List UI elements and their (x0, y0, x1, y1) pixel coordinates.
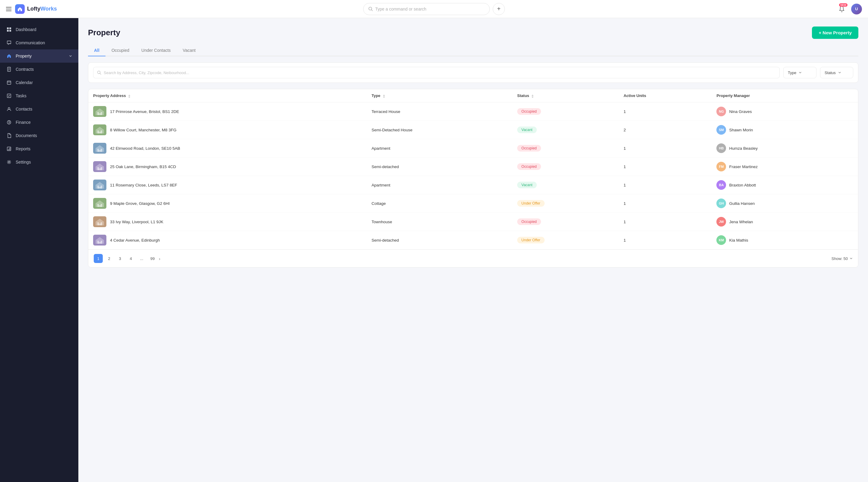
svg-rect-3 (9, 27, 11, 29)
svg-rect-27 (98, 113, 101, 115)
property-status: Vacant (513, 176, 619, 194)
sidebar-item-settings[interactable]: Settings (0, 155, 79, 169)
sidebar-item-communication[interactable]: Communication (0, 36, 79, 50)
sidebar-item-contacts[interactable]: Contacts (0, 102, 79, 116)
property-address: 33 Ivy Way, Liverpool, L1 9JK (110, 220, 163, 224)
manager-name: Jena Whelan (729, 220, 753, 224)
table-row[interactable]: 33 Ivy Way, Liverpool, L1 9JK Townhouse … (88, 213, 858, 231)
sort-type-icon[interactable] (383, 95, 385, 98)
manager-name: Nina Graves (729, 109, 752, 114)
sort-address-icon[interactable] (128, 95, 130, 98)
search-input[interactable] (375, 7, 485, 11)
sidebar-label-dashboard: Dashboard (16, 27, 36, 32)
page-header: Property + New Property (88, 27, 858, 39)
property-type: Cottage (367, 194, 513, 213)
address-search-input[interactable] (104, 70, 776, 75)
notification-button[interactable]: NEW (836, 3, 847, 15)
table-row[interactable]: 42 Elmwood Road, London, SE10 5AB Apartm… (88, 139, 858, 158)
table-row[interactable]: 9 Maple Grove, Glasgow, G2 6HI Cottage U… (88, 194, 858, 213)
topbar-right: NEW U (784, 3, 862, 15)
sidebar-item-calendar[interactable]: Calendar (0, 76, 79, 89)
tab-occupied[interactable]: Occupied (105, 45, 135, 56)
property-cell: 4 Cedar Avenue, Edinburgh (93, 235, 362, 246)
status-chevron-icon (838, 71, 841, 74)
reports-icon (6, 146, 12, 152)
sidebar-item-property[interactable]: Property (0, 50, 79, 63)
sidebar-item-documents[interactable]: Documents (0, 129, 79, 142)
svg-rect-2 (7, 27, 9, 29)
tab-all[interactable]: All (88, 45, 105, 56)
property-address: 8 Willow Court, Manchester, M8 3FG (110, 128, 177, 132)
property-cell: 25 Oak Lane, Birmingham, B15 4CD (93, 161, 362, 172)
logo[interactable]: LoftyWorks (15, 4, 57, 14)
manager-name: Braxton Abbott (729, 183, 756, 187)
property-type: Terraced House (367, 102, 513, 121)
manager-cell: HB Humza Beasley (716, 143, 853, 153)
type-filter[interactable]: Type (783, 67, 816, 78)
property-address: 42 Elmwood Road, London, SE10 5AB (110, 146, 180, 151)
notification-badge: NEW (839, 3, 847, 7)
page-99[interactable]: 99 (148, 254, 157, 263)
page-1[interactable]: 1 (94, 254, 103, 263)
svg-point-15 (8, 107, 10, 109)
property-cell: 8 Willow Court, Manchester, M8 3FG (93, 124, 362, 135)
tab-under-contacts[interactable]: Under Contacts (135, 45, 177, 56)
sidebar-item-dashboard[interactable]: Dashboard (0, 23, 79, 36)
manager-name: Gullia Hansen (729, 201, 755, 206)
sidebar-item-finance[interactable]: Finance (0, 116, 79, 129)
show-chevron-icon (849, 257, 852, 260)
property-units: 1 (619, 139, 712, 158)
sidebar-item-reports[interactable]: Reports (0, 142, 79, 155)
pagination: 1 2 3 4 ... 99 › Show: 50 (88, 250, 858, 267)
sidebar-label-calendar: Calendar (16, 80, 33, 85)
table-row[interactable]: 4 Cedar Avenue, Edinburgh Semi-detached … (88, 231, 858, 250)
sidebar: Dashboard Communication Property (0, 18, 79, 482)
page-4[interactable]: 4 (126, 254, 135, 263)
status-badge: Occupied (517, 218, 541, 225)
table-row[interactable]: 25 Oak Lane, Birmingham, B15 4CD Semi-de… (88, 158, 858, 176)
add-button[interactable]: + (493, 3, 505, 15)
tasks-icon (6, 93, 12, 99)
topbar-center: + (84, 3, 784, 15)
user-avatar[interactable]: U (851, 4, 862, 14)
page-2[interactable]: 2 (104, 254, 114, 263)
sidebar-item-contracts[interactable]: Contracts (0, 63, 79, 76)
property-units: 1 (619, 231, 712, 250)
status-badge: Occupied (517, 163, 541, 170)
property-units: 1 (619, 194, 712, 213)
property-status: Occupied (513, 139, 619, 158)
property-thumbnail (93, 235, 106, 246)
property-thumbnail (93, 143, 106, 154)
svg-rect-14 (7, 94, 11, 98)
property-thumbnail (93, 180, 106, 190)
hamburger-icon[interactable] (6, 7, 11, 11)
col-address: Property Address (88, 89, 367, 102)
status-filter[interactable]: Status (820, 67, 853, 78)
manager-avatar: KM (716, 235, 726, 245)
manager-name: Humza Beasley (729, 146, 758, 151)
property-units: 1 (619, 176, 712, 194)
manager-cell: GH Gullia Hansen (716, 198, 853, 208)
new-property-button[interactable]: + New Property (812, 27, 858, 39)
tab-vacant[interactable]: Vacant (177, 45, 202, 56)
page-3[interactable]: 3 (116, 254, 124, 263)
table-row[interactable]: 11 Rosemary Close, Leeds, LS7 8EF Apartm… (88, 176, 858, 194)
table-row[interactable]: 8 Willow Court, Manchester, M8 3FG Semi-… (88, 121, 858, 139)
property-cell: 33 Ivy Way, Liverpool, L1 9JK (93, 216, 362, 227)
next-page-button[interactable]: › (159, 256, 160, 261)
col-status: Status (513, 89, 619, 102)
status-badge: Vacant (517, 182, 536, 188)
sort-status-icon[interactable] (531, 95, 534, 98)
sidebar-item-tasks[interactable]: Tasks (0, 89, 79, 102)
property-address: 17 Primrose Avenue, Bristol, BS1 2DE (110, 109, 179, 114)
search-bar (363, 3, 490, 15)
show-select[interactable]: Show: 50 (832, 256, 852, 261)
settings-icon (6, 159, 12, 165)
svg-line-1 (372, 10, 373, 11)
filters: Type Status (88, 62, 858, 83)
svg-rect-55 (98, 242, 101, 244)
property-units: 1 (619, 158, 712, 176)
sidebar-label-communication: Communication (16, 40, 45, 45)
table-row[interactable]: 17 Primrose Avenue, Bristol, BS1 2DE Ter… (88, 102, 858, 121)
calendar-icon (6, 79, 12, 86)
